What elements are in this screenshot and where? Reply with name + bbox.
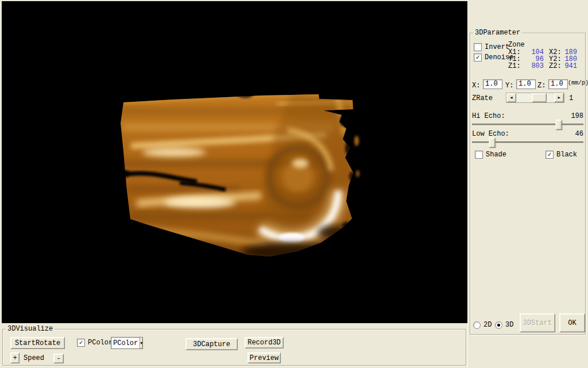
black-checkbox-box: ✓ xyxy=(546,151,554,159)
scale-x-label: X: xyxy=(472,82,480,90)
shade-checkbox-label: Shade xyxy=(486,151,506,159)
invert-checkbox-box: ✓ xyxy=(474,43,482,51)
shade-checkbox[interactable]: ✓ Shade xyxy=(475,151,506,159)
app-window: 3DParameter ✓ Invert ✓ Denoise Zone X1: … xyxy=(0,0,588,368)
parameter-group-title: 3DParameter xyxy=(473,29,522,37)
zrate-scroll-left-button[interactable]: ◄ xyxy=(506,93,516,102)
zrate-value: 1 xyxy=(569,94,573,102)
zone-z1-value: 803 xyxy=(521,62,544,70)
scale-z-label: Z: xyxy=(537,82,546,90)
black-checkbox-label: Black xyxy=(556,151,577,159)
denoise-checkbox-box: ✓ xyxy=(474,53,482,62)
zone-z2-value: 941 xyxy=(554,62,577,70)
low-echo-slider[interactable] xyxy=(472,136,583,148)
preview-button[interactable]: Preview xyxy=(247,352,281,363)
scale-unit-label: (mm/p) xyxy=(568,80,588,86)
check-icon: ✓ xyxy=(548,152,552,158)
zrate-scrollbar[interactable]: ◄ ► xyxy=(506,93,564,103)
radio-2d-circle xyxy=(473,321,481,329)
scale-y-input[interactable] xyxy=(516,79,536,89)
render-viewport[interactable] xyxy=(2,1,467,323)
visualize-panel: 3DVisualize StartRotate ✓ PColor PColor … xyxy=(0,323,467,368)
pcolor-checkbox[interactable]: ✓ PColor xyxy=(77,339,113,347)
zrate-scroll-thumb[interactable] xyxy=(532,93,547,102)
visualize-groupbox: 3DVisualize StartRotate ✓ PColor PColor … xyxy=(2,329,466,366)
pcolor-dropdown-button[interactable]: ▼ xyxy=(140,338,142,348)
black-checkbox[interactable]: ✓ Black xyxy=(546,151,577,159)
parameter-groupbox: 3DParameter ✓ Invert ✓ Denoise Zone X1: … xyxy=(470,33,586,335)
scale-y-label: Y: xyxy=(505,82,513,90)
ok-button[interactable]: OK xyxy=(559,313,585,332)
speed-minus-button[interactable]: - xyxy=(53,354,64,363)
radio-3d[interactable]: 3D xyxy=(495,321,513,329)
pcolor-checkbox-box: ✓ xyxy=(77,339,85,347)
check-icon: ✓ xyxy=(79,340,83,346)
pcolor-dropdown[interactable]: PColor ▼ xyxy=(111,337,143,349)
invert-checkbox[interactable]: ✓ Invert xyxy=(474,43,509,51)
hi-echo-slider[interactable] xyxy=(472,118,583,130)
radio-3d-label: 3D xyxy=(505,321,513,329)
scale-z-input[interactable] xyxy=(548,79,568,89)
arrow-left-icon: ◄ xyxy=(510,96,512,100)
pcolor-dropdown-value: PColor xyxy=(111,339,140,347)
ultrasound-volume xyxy=(2,1,467,323)
record3d-button[interactable]: Record3D xyxy=(245,337,284,348)
low-echo-slider-thumb[interactable] xyxy=(489,137,495,148)
shade-checkbox-box: ✓ xyxy=(475,151,483,159)
speed-plus-button[interactable]: + xyxy=(10,352,20,363)
speed-label: Speed xyxy=(24,354,44,362)
arrow-right-icon: ► xyxy=(558,96,560,100)
denoise-checkbox[interactable]: ✓ Denoise xyxy=(474,53,513,62)
zone-z1-label: Z1: xyxy=(508,62,521,70)
scale-x-input[interactable] xyxy=(483,79,502,89)
zrate-label: ZRate xyxy=(472,94,493,102)
pcolor-checkbox-label: PColor xyxy=(88,339,113,347)
visualize-group-title: 3DVisualize xyxy=(6,325,55,333)
start-rotate-button[interactable]: StartRotate xyxy=(10,337,65,349)
radio-2d-label: 2D xyxy=(483,321,492,329)
3dcapture-button[interactable]: 3DCapture xyxy=(185,338,238,350)
zone-title: Zone xyxy=(508,41,525,49)
check-icon: ✓ xyxy=(476,55,480,60)
zrate-scroll-right-button[interactable]: ► xyxy=(554,93,564,102)
invert-checkbox-label: Invert xyxy=(485,43,509,51)
hi-echo-slider-thumb[interactable] xyxy=(555,120,562,130)
hi-echo-slider-track xyxy=(472,124,583,126)
3dstart-button[interactable]: 3DStart xyxy=(520,313,555,332)
parameter-panel: 3DParameter ✓ Invert ✓ Denoise Zone X1: … xyxy=(467,0,588,368)
chevron-down-icon: ▼ xyxy=(140,341,142,346)
radio-2d[interactable]: 2D xyxy=(473,321,492,329)
radio-3d-circle xyxy=(495,321,502,329)
